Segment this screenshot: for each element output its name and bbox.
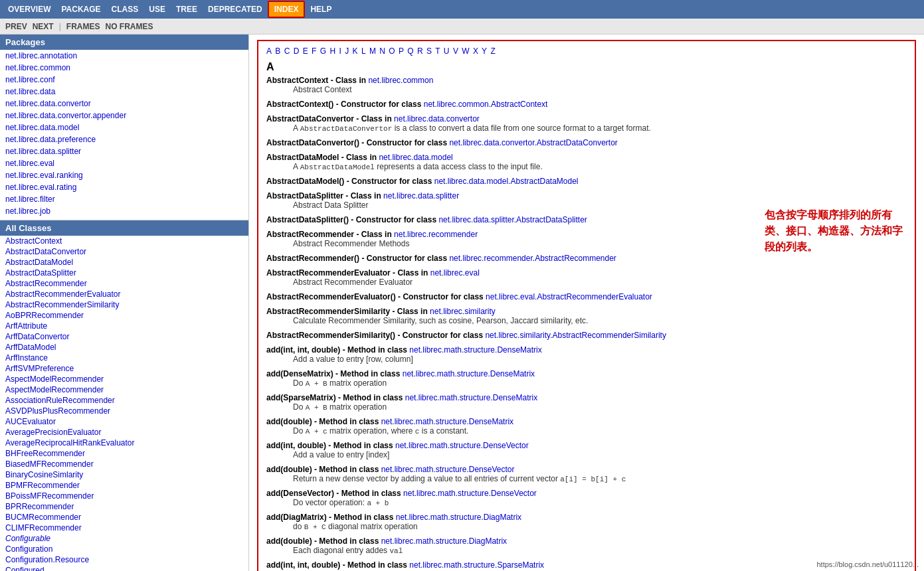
class-item[interactable]: ArffDataModel [0,342,248,353]
class-item[interactable]: AssociationRuleRecommender [0,395,248,406]
entry-link[interactable]: net.librec.data.model.AbstractDataModel [434,177,579,186]
class-item[interactable]: AbstractRecommenderSimilarity [0,299,248,310]
package-item[interactable]: net.librec.data [0,86,248,98]
alpha-link-s[interactable]: S [426,46,432,56]
class-item[interactable]: Configuration [0,544,248,554]
entry-link[interactable]: net.librec.math.structure.DenseMatrix [403,369,535,378]
alpha-link-a[interactable]: A [266,46,272,56]
entry-link[interactable]: net.librec.data.splitter.AbstractDataSpl… [438,215,587,224]
class-item[interactable]: AbstractContext [0,236,248,246]
package-item[interactable]: net.librec.data.preference [0,133,248,145]
alpha-link-z[interactable]: Z [490,46,495,56]
entry-link[interactable]: net.librec.math.structure.DenseMatrix [381,417,513,426]
alpha-link-m[interactable]: M [369,46,376,56]
entry-link[interactable]: net.librec.math.structure.DenseVector [403,489,537,498]
class-item[interactable]: AUCEvaluator [0,416,248,427]
class-item[interactable]: BUCMRecommender [0,512,248,523]
alpha-link-t[interactable]: T [435,46,440,56]
alpha-link-f[interactable]: F [312,46,316,56]
class-item[interactable]: AbstractRecommender [0,278,248,289]
package-item[interactable]: net.librec.data.model [0,122,248,133]
nav-frames[interactable]: FRAMES [66,22,100,31]
entry-link[interactable]: net.librec.data.splitter [383,191,459,201]
nav-prev[interactable]: PREV [5,22,27,31]
alpha-link-o[interactable]: O [389,46,395,56]
alpha-link-d[interactable]: D [294,46,300,56]
entry-link[interactable]: net.librec.data.convertor [394,114,480,123]
alpha-link-l[interactable]: L [361,46,366,56]
package-item[interactable]: net.librec.eval.ranking [0,169,248,181]
entry-link[interactable]: net.librec.eval [430,268,480,278]
package-item[interactable]: net.librec.data.splitter [0,145,248,157]
alpha-link-p[interactable]: P [399,46,404,56]
class-item[interactable]: ArffDataConvertor [0,331,248,342]
package-item[interactable]: net.librec.data.convertor [0,98,248,110]
entry-link[interactable]: net.librec.math.structure.DenseVector [395,441,529,450]
alpha-link-y[interactable]: Y [482,46,487,56]
class-item[interactable]: AveragePrecisionEvaluator [0,427,248,438]
class-item[interactable]: ASVDPlusPlusRecommender [0,406,248,416]
entry-link[interactable]: net.librec.similarity [430,307,496,316]
package-item[interactable]: net.librec.data.convertor.appender [0,110,248,122]
nav-deprecated[interactable]: DEPRECATED [203,2,268,17]
package-item[interactable]: net.librec.conf [0,74,248,86]
alpha-link-c[interactable]: C [284,46,290,56]
nav-use[interactable]: USE [143,2,171,17]
class-item[interactable]: BPMFRecommender [0,480,248,491]
alpha-link-r[interactable]: R [417,46,423,56]
nav-overview[interactable]: OVERVIEW [3,2,56,17]
entry-link[interactable]: net.librec.similarity.AbstractRecommende… [485,331,666,340]
entry-link[interactable]: net.librec.math.structure.DenseMatrix [409,345,541,355]
alpha-link-g[interactable]: G [320,46,326,56]
nav-noframes[interactable]: NO FRAMES [106,22,153,31]
entry-link[interactable]: net.librec.recommender.AbstractRecommend… [449,254,616,263]
class-item[interactable]: AbstractRecommenderEvaluator [0,289,248,299]
alpha-link-q[interactable]: Q [407,46,413,56]
right-panel[interactable]: A B C D E F G H I J K L M N O P Q R S T … [249,35,924,571]
alpha-link-w[interactable]: W [462,46,469,56]
class-item[interactable]: Configurable [0,533,248,544]
nav-class[interactable]: CLASS [106,2,144,17]
entry-link[interactable]: net.librec.common.AbstractContext [424,100,548,109]
alpha-link-v[interactable]: V [453,46,458,56]
alpha-link-e[interactable]: E [303,46,308,56]
package-item[interactable]: net.librec.job [0,205,248,217]
class-item[interactable]: Configured [0,565,248,571]
entry-link[interactable]: net.librec.math.structure.DenseVector [381,465,515,474]
nav-index[interactable]: INDEX [268,1,306,18]
alpha-link-x[interactable]: X [473,46,478,56]
class-item[interactable]: ArffSVMPreference [0,363,248,374]
entry-link[interactable]: net.librec.math.structure.DenseMatrix [405,393,537,402]
class-item[interactable]: AspectModelRecommender [0,374,248,384]
class-item[interactable]: AoBPRRecommender [0,310,248,321]
alpha-link-n[interactable]: N [379,46,385,56]
package-item[interactable]: net.librec.common [0,62,248,74]
alpha-link-j[interactable]: J [345,46,349,56]
class-item[interactable]: ArffAttribute [0,321,248,331]
entry-link[interactable]: net.librec.math.structure.DiagMatrix [396,513,521,522]
entry-link[interactable]: net.librec.recommender [394,230,478,239]
nav-help[interactable]: HELP [305,2,337,17]
nav-tree[interactable]: TREE [171,2,203,17]
package-item[interactable]: net.librec.annotation [0,50,248,62]
alpha-link-b[interactable]: B [275,46,280,56]
class-item[interactable]: Configuration.Resource [0,554,248,565]
class-item[interactable]: AspectModelRecommender [0,384,248,395]
package-item[interactable]: net.librec.filter [0,193,248,205]
alpha-link-h[interactable]: H [329,46,335,56]
class-item[interactable]: BPRRecommender [0,501,248,512]
nav-package[interactable]: PACKAGE [56,2,106,17]
entry-link[interactable]: net.librec.data.model [379,153,452,162]
class-item[interactable]: BPoissMFRecommender [0,491,248,501]
class-item[interactable]: BiasedMFRecommender [0,459,248,469]
entry-link[interactable]: net.librec.math.structure.SparseMatrix [409,560,544,570]
class-item[interactable]: BinaryCosineSimlarity [0,469,248,480]
class-item[interactable]: AverageReciprocalHitRankEvaluator [0,438,248,448]
entry-link[interactable]: net.librec.math.structure.DiagMatrix [381,536,507,546]
class-item[interactable]: AbstractDataConvertor [0,246,248,257]
package-item[interactable]: net.librec.eval.rating [0,181,248,193]
entry-link[interactable]: net.librec.eval.AbstractRecommenderEvalu… [486,292,652,301]
alpha-link-k[interactable]: K [353,46,358,56]
alpha-link-i[interactable]: I [339,46,341,56]
class-item[interactable]: CLIMFRecommender [0,523,248,533]
